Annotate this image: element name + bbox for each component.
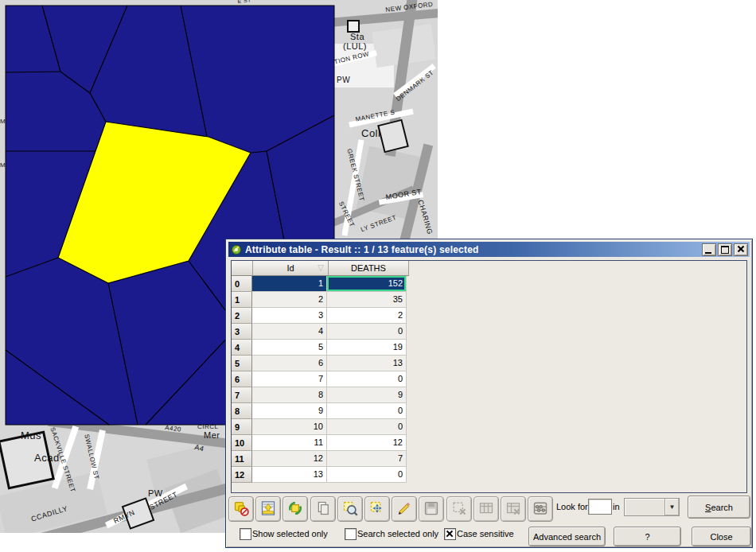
row-header-cell[interactable]: 1 [232, 292, 252, 308]
help-button-label: ? [645, 532, 649, 542]
maximize-icon [721, 246, 729, 254]
cell-id[interactable]: 3 [252, 308, 327, 324]
chevron-down-icon[interactable]: ▼ [664, 499, 679, 515]
copy-selected-rows-icon [315, 500, 331, 518]
pan-to-selection-icon [369, 500, 385, 518]
move-selection-to-top-button[interactable] [255, 496, 281, 522]
table-row[interactable]: 1235 [232, 292, 746, 308]
cell-id[interactable]: 4 [252, 324, 327, 340]
table-row[interactable]: 9100 [232, 419, 746, 435]
cell-id[interactable]: 6 [252, 356, 327, 371]
unselect-all-icon [233, 500, 249, 518]
cell-id[interactable]: 2 [252, 292, 327, 308]
row-header-cell[interactable]: 9 [232, 419, 252, 435]
cell-deaths[interactable]: 35 [327, 292, 407, 308]
row-header-cell[interactable]: 2 [232, 308, 252, 324]
in-column-select[interactable]: ▼ [624, 498, 680, 516]
cell-deaths[interactable]: 12 [327, 435, 407, 451]
table-row[interactable]: 11127 [232, 451, 746, 467]
table-row[interactable]: 232 [232, 308, 746, 324]
cell-id[interactable]: 12 [252, 451, 327, 467]
cell-id[interactable]: 7 [252, 371, 327, 387]
pan-to-selection-button[interactable] [364, 496, 390, 522]
row-header-cell[interactable]: 3 [232, 324, 252, 340]
row-header-cell[interactable]: 5 [232, 356, 252, 371]
close-window-button[interactable] [734, 243, 748, 256]
save-edits-icon [423, 500, 439, 518]
cell-id[interactable]: 1 [252, 276, 327, 292]
table-row[interactable]: 670 [232, 371, 746, 387]
cell-deaths[interactable]: 7 [327, 451, 407, 467]
cell-deaths[interactable]: 9 [327, 387, 407, 403]
new-column-icon [478, 500, 494, 518]
row-header-cell[interactable]: 12 [232, 467, 252, 483]
cell-deaths[interactable]: 19 [327, 340, 407, 356]
advanced-search-button[interactable]: Advanced search [528, 527, 606, 546]
row-header-cell[interactable]: 6 [232, 371, 252, 387]
cell-deaths[interactable]: 13 [327, 356, 407, 371]
cell-deaths[interactable]: 2 [327, 308, 407, 324]
screen: E STNEW OXFORDSta(LUL)TION ROWPWDENMARK … [0, 0, 756, 552]
search-button[interactable]: Search [688, 496, 750, 519]
table-row[interactable]: 789 [232, 387, 746, 403]
row-header-cell[interactable]: 10 [232, 435, 252, 451]
column-header-deaths[interactable]: DEATHS [329, 261, 409, 276]
checkbox-show-selected-only[interactable] [240, 528, 251, 540]
table-row[interactable]: 01152 [232, 276, 746, 292]
invert-selection-button[interactable] [283, 496, 308, 522]
table-row[interactable]: 4519 [232, 340, 746, 356]
toggle-editing-button[interactable] [392, 496, 417, 522]
cell-deaths[interactable]: 0 [327, 467, 407, 483]
cell-id[interactable]: 8 [252, 387, 327, 403]
dialog-title: Attribute table - Result :: 1 / 13 featu… [245, 244, 479, 255]
row-header-cell[interactable]: 7 [232, 387, 252, 403]
look-for-input[interactable] [588, 499, 612, 515]
cell-deaths[interactable]: 152 [327, 276, 407, 292]
copy-selected-rows-button[interactable] [310, 496, 336, 522]
save-edits-button [419, 496, 444, 522]
cell-id[interactable]: 5 [252, 340, 327, 356]
field-calculator-icon [532, 500, 548, 518]
cell-id[interactable]: 10 [252, 419, 327, 435]
row-header-cell[interactable]: 8 [232, 403, 252, 419]
table-row[interactable]: 5613 [232, 356, 746, 371]
delete-selected-button [446, 496, 472, 522]
in-label: in [613, 502, 620, 511]
invert-selection-icon [287, 500, 303, 518]
table-row[interactable]: 890 [232, 403, 746, 419]
attribute-table[interactable]: Id ▽ DEATHS 0115212352323404519561367078… [231, 260, 747, 493]
dialog-titlebar[interactable]: Attribute table - Result :: 1 / 13 featu… [228, 242, 750, 257]
cell-deaths[interactable]: 0 [327, 419, 407, 435]
cell-deaths[interactable]: 0 [327, 324, 407, 340]
row-header-cell[interactable]: 0 [232, 276, 252, 292]
advanced-search-label: Advanced search [533, 532, 601, 542]
minimize-button[interactable] [702, 243, 716, 256]
zoom-to-selection-button[interactable] [337, 496, 363, 522]
cell-deaths[interactable]: 0 [327, 371, 407, 387]
table-row[interactable]: 101112 [232, 435, 746, 451]
checkbox-label[interactable]: Case sensitive [457, 529, 514, 538]
field-calculator-button[interactable] [528, 496, 553, 522]
table-row[interactable]: 340 [232, 324, 746, 340]
checkbox-search-selected-only[interactable] [345, 528, 357, 540]
close-button[interactable]: Close [692, 527, 751, 546]
unselect-all-button[interactable] [228, 496, 254, 522]
sort-indicator-icon: ▽ [318, 264, 324, 272]
help-button[interactable]: ? [614, 527, 681, 546]
cell-id[interactable]: 13 [252, 467, 327, 483]
cell-deaths[interactable]: 0 [327, 403, 407, 419]
cell-id[interactable]: 11 [252, 435, 327, 451]
row-header-cell[interactable]: 11 [232, 451, 252, 467]
table-body: 0115212352323404519561367078989091001011… [232, 276, 746, 483]
cell-id[interactable]: 9 [252, 403, 327, 419]
table-row[interactable]: 12130 [232, 467, 746, 483]
toggle-editing-icon [396, 500, 412, 518]
checkbox-label[interactable]: Search selected only [357, 529, 438, 538]
maximize-button[interactable] [718, 243, 732, 256]
checkbox-case-sensitive[interactable] [444, 528, 456, 540]
close-button-label: Close [710, 532, 732, 542]
column-header-id[interactable]: Id ▽ [253, 261, 329, 276]
row-header-cell[interactable]: 4 [232, 340, 252, 356]
checkbox-label[interactable]: Show selected only [252, 529, 328, 538]
corner-header-cell[interactable] [232, 261, 253, 276]
